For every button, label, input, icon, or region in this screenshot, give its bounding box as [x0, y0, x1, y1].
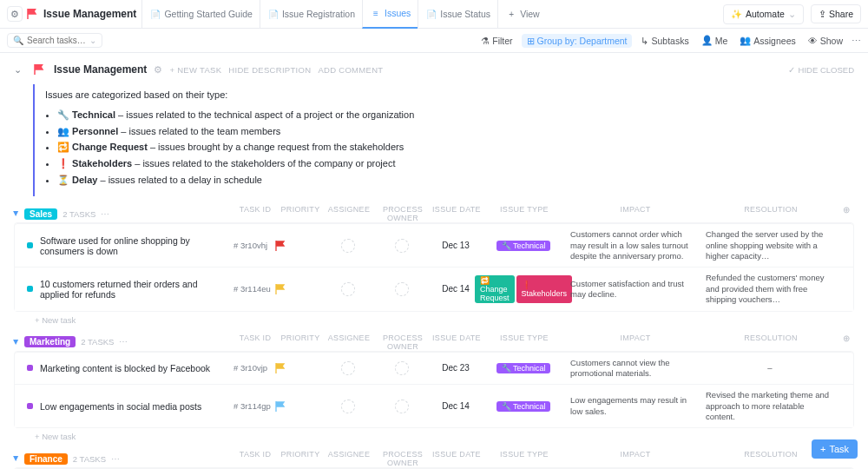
person-icon: 👤: [701, 35, 713, 46]
avatar-placeholder: [341, 400, 355, 413]
col-assignee: ASSIGNEE: [325, 450, 373, 467]
assignee-cell[interactable]: [324, 400, 372, 413]
task-row[interactable]: Marketing content is blocked by Facebook…: [15, 352, 853, 385]
assignee-cell[interactable]: [324, 361, 372, 375]
share-button[interactable]: ⇪ Share: [811, 4, 861, 23]
priority-flag[interactable]: [275, 363, 324, 373]
eye-icon: 👁: [808, 36, 818, 46]
resolution-cell: –: [702, 363, 838, 373]
assignee-cell[interactable]: [324, 239, 372, 253]
tab-icon: 📄: [425, 8, 437, 20]
section-title: Issue Management: [54, 63, 147, 76]
tab-label: Issue Status: [440, 9, 490, 19]
tab-getting-started-guide[interactable]: 📄Getting Started Guide: [141, 0, 260, 29]
tab-label: Issues: [385, 8, 411, 18]
assignee-cell[interactable]: [324, 282, 372, 296]
desc-item: 🔧 Technical – issues related to the tech…: [57, 107, 844, 123]
me-button[interactable]: 👤Me: [698, 33, 732, 48]
task-row[interactable]: Software used for online shopping by con…: [15, 223, 853, 267]
col-type: ISSUE TYPE: [481, 450, 568, 467]
new-task-inline[interactable]: + New task: [14, 312, 854, 328]
group-more-icon[interactable]: ⋯: [111, 454, 120, 464]
assignees-button[interactable]: 👥Assignees: [736, 33, 799, 48]
add-comment-button[interactable]: ADD COMMENT: [318, 65, 383, 75]
group-icon: ⊞: [527, 36, 535, 46]
section-settings-icon[interactable]: ⚙: [154, 64, 162, 76]
add-column-icon[interactable]: ⊕: [838, 334, 854, 351]
col-taskid: TASK ID: [234, 450, 276, 467]
group-chevron[interactable]: ▸: [10, 211, 23, 216]
subtasks-label: Subtasks: [651, 36, 688, 46]
col-assignee: ASSIGNEE: [325, 334, 373, 351]
tab-icon: ≡: [370, 7, 382, 19]
filter-button[interactable]: ⚗Filter: [477, 34, 516, 48]
more-icon[interactable]: ⋯: [852, 36, 861, 46]
collapse-chevron[interactable]: ⌄: [14, 64, 24, 76]
subtasks-button[interactable]: ↳Subtasks: [637, 34, 692, 48]
priority-flag[interactable]: [275, 401, 324, 412]
tab-issue-status[interactable]: 📄Issue Status: [418, 0, 497, 29]
new-task-inline[interactable]: + New task: [14, 428, 854, 445]
task-row[interactable]: Low engagements in social media posts # …: [15, 384, 853, 427]
tab-issues[interactable]: ≡Issues: [362, 0, 418, 29]
col-taskid: TASK ID: [234, 334, 276, 351]
avatar-placeholder: [341, 282, 355, 296]
task-name: 10 customers returned their orders and a…: [40, 279, 233, 300]
hide-closed-button[interactable]: ✓ HIDE CLOSED: [788, 65, 854, 75]
me-label: Me: [715, 36, 728, 46]
assignees-label: Assignees: [753, 36, 795, 46]
col-impact: IMPACT: [568, 334, 703, 351]
chevron-down-icon[interactable]: ⌄: [89, 36, 96, 45]
avatar-placeholder: [395, 400, 409, 413]
issue-date: Dec 13: [431, 241, 480, 250]
settings-icon[interactable]: ⚙: [7, 6, 23, 22]
hide-desc-button[interactable]: HIDE DESCRIPTION: [228, 65, 311, 75]
resolution-cell: Revised the marketing theme and approach…: [702, 390, 838, 422]
group-chip-marketing[interactable]: Marketing: [24, 336, 76, 347]
tab-issue-registration[interactable]: 📄Issue Registration: [260, 0, 362, 29]
priority-flag[interactable]: [275, 241, 324, 251]
avatar-placeholder: [395, 282, 409, 296]
avatar-placeholder: [341, 239, 355, 253]
status-square: [27, 242, 33, 248]
create-task-fab[interactable]: + Task: [812, 439, 858, 459]
col-owner: PROCESS OWNER: [373, 450, 432, 467]
groupby-button[interactable]: ⊞Group by: Department: [522, 34, 633, 48]
tab-view[interactable]: +View: [497, 0, 547, 29]
filter-label: Filter: [492, 36, 512, 46]
col-priority: PRIORITY: [276, 205, 325, 222]
automate-button[interactable]: ✨ Automate ⌄: [723, 4, 804, 24]
owner-cell[interactable]: [372, 239, 431, 253]
group-more-icon[interactable]: ⋯: [101, 209, 109, 219]
priority-flag[interactable]: [275, 284, 324, 294]
add-column-icon[interactable]: ⊕: [838, 205, 854, 222]
new-task-button[interactable]: + NEW TASK: [169, 65, 221, 75]
search-input-wrapper[interactable]: 🔍 ⌄: [7, 33, 102, 48]
col-assignee: ASSIGNEE: [325, 205, 373, 222]
col-date: ISSUE DATE: [432, 450, 481, 467]
page-title: Issue Management: [43, 8, 136, 20]
group-chip-sales[interactable]: Sales: [24, 208, 57, 220]
issue-type-cell: 🔁 Change Request ❗ Stakeholders: [480, 275, 567, 303]
group-more-icon[interactable]: ⋯: [119, 337, 128, 347]
col-resolution: RESOLUTION: [703, 334, 838, 351]
issue-date: Dec 23: [431, 363, 480, 373]
owner-cell[interactable]: [372, 282, 431, 296]
tab-label: View: [520, 9, 540, 19]
fab-label: Task: [829, 444, 849, 454]
tab-icon: 📄: [149, 8, 161, 20]
group-chip-finance[interactable]: Finance: [24, 453, 68, 465]
share-label: Share: [829, 9, 853, 19]
resolution-cell: Refunded the customers' money and provid…: [702, 273, 838, 305]
group-chevron[interactable]: ▸: [10, 340, 23, 345]
task-row[interactable]: 10 customers returned their orders and a…: [15, 267, 853, 310]
owner-cell[interactable]: [372, 361, 431, 375]
group-chevron[interactable]: ▸: [10, 456, 23, 461]
tab-icon: 📄: [267, 8, 279, 20]
show-button[interactable]: 👁Show: [805, 34, 846, 48]
task-id: # 3r10vjp: [233, 363, 275, 373]
search-input[interactable]: [27, 36, 86, 45]
owner-cell[interactable]: [372, 400, 431, 413]
col-impact: IMPACT: [568, 450, 703, 467]
desc-intro: Issues are categorized based on their ty…: [45, 89, 844, 100]
